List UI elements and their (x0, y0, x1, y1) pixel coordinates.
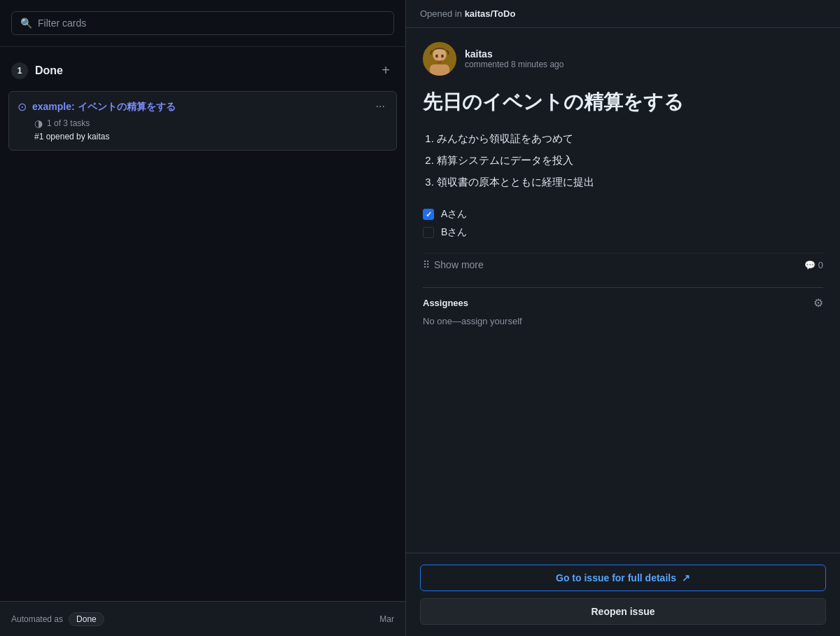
gear-icon[interactable]: ⚙ (813, 296, 823, 310)
assignees-section: Assignees ⚙ No one—assign yourself (423, 287, 823, 335)
task-label-2: Bさん (441, 226, 467, 239)
bottom-bar: Automated as Done Mar (0, 601, 405, 636)
svg-point-3 (433, 48, 446, 61)
card-title-row: ⊙ example: イベントの精算をする (18, 100, 373, 113)
comment-count: 💬 0 (804, 260, 823, 270)
comment-time: commented 8 minutes ago (465, 60, 564, 69)
issue-title: 先日のイベントの精算をする (423, 90, 823, 115)
card-title: example: イベントの精算をする (32, 101, 176, 113)
issue-body-item-2: 精算システムにデータを投入 (437, 151, 823, 170)
task-item-1: ✓ Aさん (423, 205, 823, 223)
comment-meta: kaitas commented 8 minutes ago (465, 48, 564, 69)
avatar (423, 42, 456, 76)
card-meta: #1 opened by kaitas (34, 132, 388, 141)
assignees-section-header: Assignees ⚙ (423, 296, 823, 310)
issue-body: みんなから領収証をあつめて 精算システムにデータを投入 領収書の原本とともに経理… (423, 129, 823, 191)
svg-point-5 (441, 55, 444, 58)
column-header-left: 1 Done (11, 62, 63, 79)
task-item-2: Bさん (423, 223, 823, 242)
checkbox-checked-icon[interactable]: ✓ (423, 209, 434, 220)
right-content: kaitas commented 8 minutes ago 先日のイベントの精… (406, 28, 840, 553)
card-meta-prefix: #1 opened by (34, 132, 85, 141)
column-add-button[interactable]: + (377, 61, 394, 80)
right-panel: Opened in kaitas/ToDo (406, 0, 840, 636)
show-more-icon: ⠿ (423, 259, 430, 270)
task-progress-icon: ◑ (34, 118, 43, 129)
goto-issue-label: Go to issue for full details (556, 572, 676, 583)
card-tasks-label: 1 of 3 tasks (47, 118, 90, 128)
right-header: Opened in kaitas/ToDo (406, 0, 840, 28)
repo-name: kaitas/ToDo (465, 8, 516, 19)
comment-author: kaitas (465, 48, 564, 60)
reopen-issue-button[interactable]: Reopen issue (420, 598, 826, 625)
column-area: 1 Done + ⊙ example: イベントの精算をする ··· ◑ 1 o… (0, 47, 405, 601)
card-meta-user: kaitas (88, 132, 109, 141)
check-circle-icon: ⊙ (18, 100, 27, 113)
column-count-badge: 1 (11, 62, 28, 79)
search-bar-container: 🔍 (0, 0, 405, 47)
search-bar: 🔍 (11, 11, 394, 35)
show-more-button[interactable]: ⠿ Show more (423, 259, 484, 270)
mar-text: Mar (379, 614, 394, 624)
issue-body-item-3: 領収書の原本とともに経理に提出 (437, 172, 823, 191)
right-footer: Go to issue for full details ↗ Reopen is… (406, 553, 840, 636)
assignees-value: No one—assign yourself (423, 316, 522, 326)
svg-point-4 (435, 55, 438, 58)
done-badge: Done (69, 612, 104, 626)
automated-label: Automated as Done (11, 612, 104, 626)
search-icon: 🔍 (20, 18, 32, 29)
goto-issue-button[interactable]: Go to issue for full details ↗ (420, 565, 826, 591)
external-link-icon: ↗ (682, 572, 690, 583)
issue-body-item-1: みんなから領収証をあつめて (437, 129, 823, 148)
left-panel: 🔍 1 Done + ⊙ example: イベントの精算をする ··· (0, 0, 406, 636)
assignees-title: Assignees (423, 298, 468, 308)
comment-bubble-icon: 💬 (804, 260, 816, 270)
filter-cards-input[interactable] (38, 18, 385, 29)
task-list: ✓ Aさん Bさん (423, 205, 823, 242)
svg-rect-2 (430, 64, 449, 76)
card-tasks: ◑ 1 of 3 tasks (34, 118, 388, 129)
card-header: ⊙ example: イベントの精算をする ··· (18, 100, 388, 113)
checkmark: ✓ (426, 210, 432, 219)
checkbox-unchecked-icon[interactable] (423, 227, 434, 238)
card-more-button[interactable]: ··· (373, 100, 388, 113)
task-label-1: Aさん (441, 208, 467, 221)
show-more-label: Show more (434, 259, 484, 270)
comment-count-value: 0 (818, 260, 823, 270)
card[interactable]: ⊙ example: イベントの精算をする ··· ◑ 1 of 3 tasks… (8, 91, 397, 151)
show-more-row: ⠿ Show more 💬 0 (423, 253, 823, 276)
column-title: Done (35, 64, 63, 77)
opened-in-prefix: Opened in (420, 8, 462, 19)
column-header: 1 Done + (8, 55, 397, 85)
automated-text: Automated as (11, 614, 63, 624)
comment-header: kaitas commented 8 minutes ago (423, 42, 823, 76)
